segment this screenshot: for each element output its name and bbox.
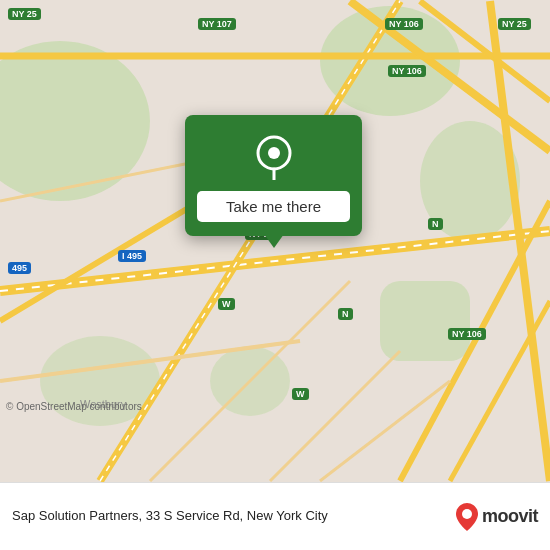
highway-label-ny107: NY 107 [198, 18, 236, 30]
highway-label-w2: W [292, 388, 309, 400]
location-icon-wrapper [250, 133, 298, 181]
highway-label-ny106c: NY 106 [448, 328, 486, 340]
moovit-logo: moovit [456, 503, 538, 531]
highway-label-n2: N [338, 308, 353, 320]
highway-label-w1: W [218, 298, 235, 310]
app-container: NY 107 NY 106 NY 25 NY 106 I 495 NY 25 N… [0, 0, 550, 550]
highway-label-ny25: NY 25 [498, 18, 531, 30]
location-pin-icon [255, 134, 293, 180]
navigation-popup: Take me there [185, 115, 362, 236]
location-info: Sap Solution Partners, 33 S Service Rd, … [12, 507, 456, 525]
svg-point-25 [462, 509, 472, 519]
take-me-there-button[interactable]: Take me there [197, 191, 350, 222]
moovit-pin-icon [456, 503, 478, 531]
svg-point-23 [268, 147, 280, 159]
moovit-brand-text: moovit [482, 506, 538, 527]
map-area: NY 107 NY 106 NY 25 NY 106 I 495 NY 25 N… [0, 0, 550, 482]
highway-label-n1: N [428, 218, 443, 230]
highway-label-ny106a: NY 106 [385, 18, 423, 30]
highway-label-495: 495 [8, 262, 31, 274]
highway-label-ny106b: NY 106 [388, 65, 426, 77]
map-attribution: © OpenStreetMap contributors [6, 401, 142, 412]
highway-label-ny25c: NY 25 [8, 8, 41, 20]
highway-label-i495: I 495 [118, 250, 146, 262]
bottom-bar: Sap Solution Partners, 33 S Service Rd, … [0, 482, 550, 550]
location-text: Sap Solution Partners, 33 S Service Rd, … [12, 507, 456, 525]
